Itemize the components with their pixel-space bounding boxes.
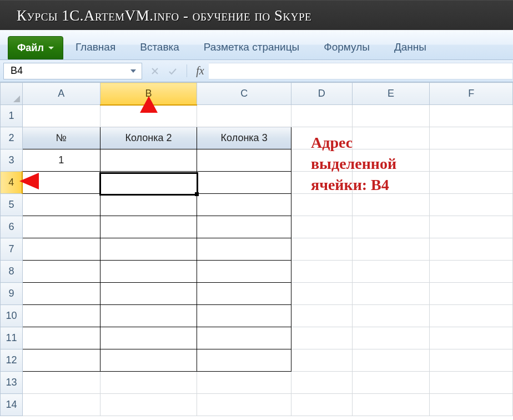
- cell-C1[interactable]: [197, 105, 291, 127]
- cell-E14[interactable]: [352, 394, 430, 416]
- cell-C7[interactable]: [197, 238, 291, 261]
- col-header-B[interactable]: B: [100, 83, 197, 105]
- cell-A8[interactable]: [22, 261, 100, 283]
- col-header-F[interactable]: F: [430, 83, 513, 105]
- cell-F5[interactable]: [430, 194, 513, 216]
- name-box-dropdown-icon[interactable]: [128, 65, 138, 77]
- cell-C5[interactable]: [197, 194, 291, 216]
- cell-E1[interactable]: [352, 105, 430, 127]
- row-header-11[interactable]: 11: [1, 327, 23, 349]
- cell-A1[interactable]: [22, 105, 100, 127]
- cell-E7[interactable]: [352, 238, 430, 261]
- cell-A13[interactable]: [22, 372, 100, 394]
- cell-B2[interactable]: Колонка 2: [100, 127, 197, 149]
- cell-A6[interactable]: [22, 216, 100, 238]
- cell-F6[interactable]: [430, 216, 513, 238]
- cell-C11[interactable]: [197, 327, 291, 349]
- cell-C14[interactable]: [197, 394, 291, 416]
- cell-F9[interactable]: [430, 283, 513, 305]
- cell-F8[interactable]: [430, 261, 513, 283]
- cell-B14[interactable]: [100, 394, 197, 416]
- cell-F1[interactable]: [430, 105, 513, 127]
- fx-button[interactable]: fx: [187, 64, 209, 77]
- tab-insert[interactable]: Вставка: [128, 35, 192, 59]
- cell-B5[interactable]: [100, 194, 197, 216]
- cell-B4[interactable]: [100, 172, 197, 194]
- cell-A2[interactable]: №: [22, 127, 100, 149]
- cell-D12[interactable]: [291, 349, 352, 372]
- formula-input[interactable]: [209, 63, 513, 79]
- select-all-corner[interactable]: [1, 83, 23, 105]
- cell-D14[interactable]: [291, 394, 352, 416]
- cell-C3[interactable]: [197, 149, 291, 172]
- cell-C13[interactable]: [197, 372, 291, 394]
- cell-E8[interactable]: [352, 261, 430, 283]
- cell-D9[interactable]: [291, 283, 352, 305]
- cell-E9[interactable]: [352, 283, 430, 305]
- tab-file[interactable]: Файл: [8, 36, 63, 59]
- cell-F14[interactable]: [430, 394, 513, 416]
- cell-D7[interactable]: [291, 238, 352, 261]
- cell-F2[interactable]: [430, 127, 513, 149]
- cell-C12[interactable]: [197, 349, 291, 372]
- name-box[interactable]: B4: [3, 63, 142, 79]
- cell-C4[interactable]: [197, 172, 291, 194]
- row-header-9[interactable]: 9: [1, 283, 23, 305]
- cell-D11[interactable]: [291, 327, 352, 349]
- cell-F12[interactable]: [430, 349, 513, 372]
- cell-E11[interactable]: [352, 327, 430, 349]
- row-header-5[interactable]: 5: [1, 194, 23, 216]
- cell-B11[interactable]: [100, 327, 197, 349]
- cell-F4[interactable]: [430, 172, 513, 194]
- cell-B12[interactable]: [100, 349, 197, 372]
- cell-E10[interactable]: [352, 305, 430, 327]
- cell-C2[interactable]: Колонка 3: [197, 127, 291, 149]
- cell-B8[interactable]: [100, 261, 197, 283]
- cell-B9[interactable]: [100, 283, 197, 305]
- row-header-6[interactable]: 6: [1, 216, 23, 238]
- cell-C6[interactable]: [197, 216, 291, 238]
- cell-B7[interactable]: [100, 238, 197, 261]
- row-header-14[interactable]: 14: [1, 394, 23, 416]
- cell-A9[interactable]: [22, 283, 100, 305]
- cell-A11[interactable]: [22, 327, 100, 349]
- cell-B1[interactable]: [100, 105, 197, 127]
- cell-A4[interactable]: [22, 172, 100, 194]
- cell-C8[interactable]: [197, 261, 291, 283]
- tab-formulas[interactable]: Формулы: [311, 35, 382, 59]
- cell-D1[interactable]: [291, 105, 352, 127]
- tab-page-layout[interactable]: Разметка страницы: [192, 35, 311, 59]
- cell-D5[interactable]: [291, 194, 352, 216]
- cell-D8[interactable]: [291, 261, 352, 283]
- col-header-E[interactable]: E: [352, 83, 430, 105]
- cell-B3[interactable]: [100, 149, 197, 172]
- enter-icon[interactable]: [164, 63, 181, 79]
- row-header-12[interactable]: 12: [1, 349, 23, 372]
- cell-F13[interactable]: [430, 372, 513, 394]
- cell-E13[interactable]: [352, 372, 430, 394]
- row-header-4[interactable]: 4: [1, 172, 23, 194]
- cell-F10[interactable]: [430, 305, 513, 327]
- cell-D6[interactable]: [291, 216, 352, 238]
- cell-E12[interactable]: [352, 349, 430, 372]
- cell-A3[interactable]: 1: [22, 149, 100, 172]
- row-header-3[interactable]: 3: [1, 149, 23, 172]
- cell-A10[interactable]: [22, 305, 100, 327]
- cell-D10[interactable]: [291, 305, 352, 327]
- row-header-2[interactable]: 2: [1, 127, 23, 149]
- row-header-8[interactable]: 8: [1, 261, 23, 283]
- row-header-1[interactable]: 1: [1, 105, 23, 127]
- cell-A7[interactable]: [22, 238, 100, 261]
- cancel-icon[interactable]: [147, 63, 163, 79]
- cell-E5[interactable]: [352, 194, 430, 216]
- cell-C9[interactable]: [197, 283, 291, 305]
- col-header-D[interactable]: D: [291, 83, 352, 105]
- tab-home[interactable]: Главная: [63, 35, 128, 59]
- cell-B13[interactable]: [100, 372, 197, 394]
- cell-F11[interactable]: [430, 327, 513, 349]
- col-header-A[interactable]: A: [22, 83, 100, 105]
- cell-B6[interactable]: [100, 216, 197, 238]
- row-header-13[interactable]: 13: [1, 372, 23, 394]
- row-header-10[interactable]: 10: [1, 305, 23, 327]
- cell-F3[interactable]: [430, 149, 513, 172]
